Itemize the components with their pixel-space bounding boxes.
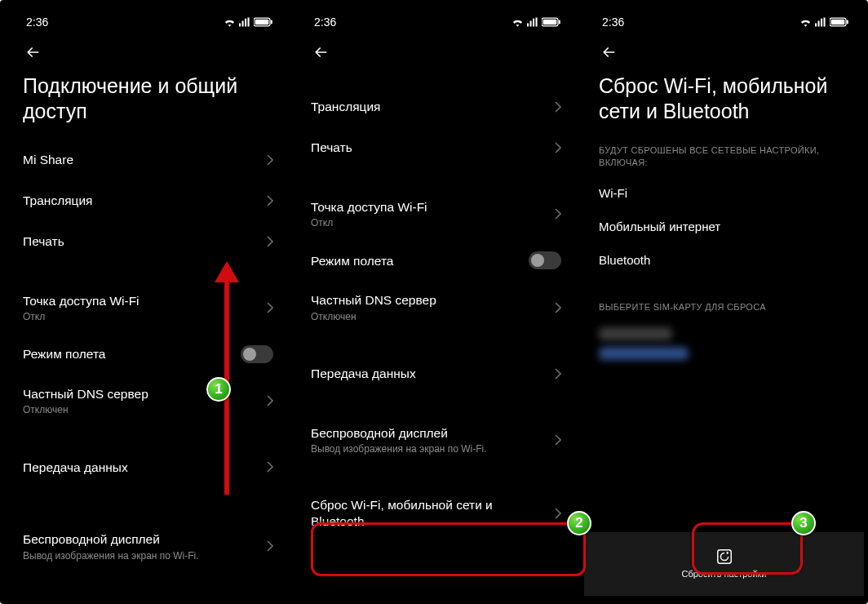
section-gap: [8, 487, 288, 520]
reset-description: БУДУТ СБРОШЕНЫ ВСЕ СЕТЕВЫЕ НАСТРОЙКИ, ВК…: [584, 140, 864, 177]
signal-icon: [815, 17, 826, 27]
svg-rect-5: [559, 20, 560, 24]
status-bar: 2:36: [584, 8, 864, 36]
item-cast[interactable]: Трансляция: [296, 87, 576, 127]
airplane-toggle[interactable]: [529, 251, 561, 269]
status-time: 2:36: [314, 16, 336, 29]
chevron-right-icon: [267, 236, 273, 247]
annotation-arrow-head: [215, 261, 239, 282]
item-private-dns[interactable]: Частный DNS сервер Отключен: [8, 375, 288, 427]
item-label: Трансляция: [23, 193, 260, 208]
battery-icon: [830, 17, 849, 27]
sim-select-header: ВЫБЕРИТЕ SIM-КАРТУ ДЛЯ СБРОСА: [584, 296, 864, 321]
sim-option-blurred[interactable]: [599, 347, 689, 360]
item-label: Передача данных: [311, 366, 548, 381]
back-icon[interactable]: [599, 44, 618, 60]
status-time: 2:36: [26, 16, 48, 29]
item-reset-network[interactable]: Сброс Wi-Fi, мобильной сети и Bluetooth: [296, 486, 576, 540]
chevron-right-icon: [555, 208, 561, 220]
item-label: Частный DNS сервер: [311, 292, 548, 308]
reset-button-label: Сбросить настройки: [681, 569, 766, 580]
chevron-right-icon: [267, 302, 273, 313]
item-mi-share[interactable]: Mi Share: [8, 140, 288, 180]
chevron-right-icon: [267, 461, 273, 473]
step-badge-3: 3: [791, 511, 816, 535]
section-gap: [296, 394, 576, 414]
item-label: Mi Share: [23, 152, 260, 167]
sim-option-blurred[interactable]: [599, 327, 672, 340]
item-label: Точка доступа Wi-Fi: [311, 199, 548, 215]
back-icon[interactable]: [23, 44, 42, 60]
screen-connection-sharing-scrolled: 2:36 Трансляция Печать Точка доступа Wi-…: [296, 8, 576, 596]
item-label: Режим полета: [311, 253, 529, 269]
wifi-icon: [512, 17, 524, 27]
status-bar: 2:36: [8, 8, 288, 36]
chevron-right-icon: [555, 368, 561, 380]
item-sub: Вывод изображения на экран по Wi-Fi.: [311, 443, 548, 455]
status-bar: 2:36: [296, 8, 576, 36]
item-label: Беспроводной дисплей: [23, 531, 260, 547]
item-wireless-display[interactable]: Беспроводной дисплей Вывод изображения н…: [8, 520, 288, 572]
item-data-sharing[interactable]: Передача данных: [8, 446, 288, 487]
item-label: Печать: [23, 233, 260, 249]
back-row: [296, 36, 576, 67]
item-cast[interactable]: Трансляция: [8, 180, 288, 221]
item-sub: Откл: [311, 217, 548, 229]
svg-rect-7: [831, 20, 845, 24]
item-hotspot[interactable]: Точка доступа Wi-Fi Откл: [8, 282, 288, 334]
item-private-dns[interactable]: Частный DNS сервер Отключен: [296, 281, 576, 333]
item-label: Режим полета: [23, 346, 241, 362]
svg-rect-1: [255, 20, 269, 24]
section-gap: [584, 277, 864, 296]
screen-connection-sharing: 2:36 Подключение и общий доступ Mi Share…: [8, 8, 288, 596]
item-sub: Вывод изображения на экран по Wi-Fi.: [23, 550, 260, 562]
reset-settings-button[interactable]: Сбросить настройки: [584, 532, 864, 596]
chevron-right-icon: [555, 302, 561, 313]
svg-rect-4: [543, 20, 557, 24]
item-wireless-display[interactable]: Беспроводной дисплей Вывод изображения н…: [296, 414, 576, 466]
chevron-right-icon: [555, 101, 561, 113]
signal-icon: [527, 17, 538, 27]
page-title: Подключение и общий доступ: [8, 67, 288, 140]
reset-icon: [715, 548, 733, 566]
item-print[interactable]: Печать: [296, 127, 576, 168]
step-badge-1: 1: [206, 377, 231, 402]
battery-icon: [542, 17, 561, 27]
item-label: Беспроводной дисплей: [311, 425, 548, 441]
item-label: Сброс Wi-Fi, мобильной сети и Bluetooth: [311, 497, 548, 529]
reset-line-mobile: Мобильный интернет: [584, 210, 864, 243]
svg-rect-8: [847, 20, 848, 24]
back-row: [8, 36, 288, 67]
item-print[interactable]: Печать: [8, 221, 288, 262]
item-label: Печать: [311, 140, 548, 155]
svg-rect-9: [717, 550, 731, 564]
airplane-toggle[interactable]: [241, 345, 273, 363]
chevron-right-icon: [267, 395, 273, 406]
item-hotspot[interactable]: Точка доступа Wi-Fi Откл: [296, 188, 576, 240]
page-title: Сброс Wi-Fi, мобильной сети и Bluetooth: [584, 67, 864, 140]
item-data-sharing[interactable]: Передача данных: [296, 353, 576, 394]
chevron-right-icon: [555, 508, 561, 519]
section-gap: [296, 466, 576, 486]
section-gap: [8, 427, 288, 446]
item-airplane[interactable]: Режим полета: [8, 334, 288, 375]
signal-icon: [239, 17, 250, 27]
status-icons: [512, 17, 561, 27]
back-icon[interactable]: [311, 44, 330, 60]
tutorial-frame: 2:36 Подключение и общий доступ Mi Share…: [0, 0, 868, 604]
reset-line-bluetooth: Bluetooth: [584, 243, 864, 277]
chevron-right-icon: [555, 434, 561, 446]
chevron-right-icon: [267, 540, 273, 552]
section-gap: [296, 334, 576, 353]
wifi-icon: [799, 17, 812, 27]
svg-rect-2: [271, 20, 272, 24]
item-label: Трансляция: [311, 99, 548, 114]
spacer: [296, 67, 576, 87]
status-icons: [799, 17, 849, 27]
section-gap: [8, 262, 288, 282]
chevron-right-icon: [555, 142, 561, 153]
back-row: [584, 36, 864, 67]
wifi-icon: [224, 17, 236, 27]
item-airplane[interactable]: Режим полета: [296, 240, 576, 281]
reset-line-wifi: Wi-Fi: [584, 176, 864, 210]
